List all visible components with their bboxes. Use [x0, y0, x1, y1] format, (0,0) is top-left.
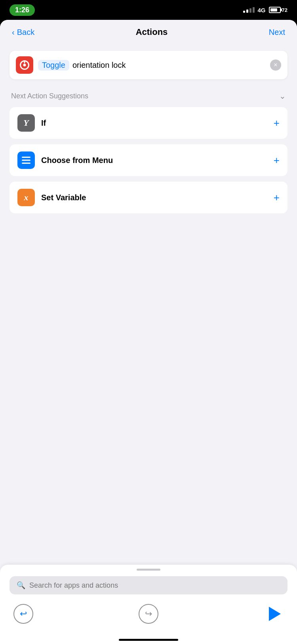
- suggestions-header[interactable]: Next Action Suggestions ⌄: [10, 89, 287, 107]
- svg-rect-3: [22, 157, 30, 158]
- suggestion-item-choose-from-menu[interactable]: Choose from Menu +: [10, 144, 287, 176]
- undo-icon: ↩: [20, 609, 27, 619]
- status-right: 4G 72: [243, 7, 287, 13]
- add-if-button[interactable]: +: [274, 117, 280, 129]
- signal-bar-1: [243, 11, 245, 13]
- home-bar: [119, 639, 178, 641]
- search-input[interactable]: [29, 581, 280, 590]
- signal-bar-2: [246, 10, 248, 13]
- signal-bar-3: [249, 8, 251, 13]
- back-chevron-icon: ‹: [12, 28, 15, 37]
- svg-rect-5: [22, 163, 30, 164]
- back-label: Back: [17, 28, 34, 37]
- battery-fill: [270, 8, 278, 12]
- network-type: 4G: [258, 7, 266, 13]
- suggestion-name-if: If: [41, 119, 267, 128]
- sheet-handle: [137, 569, 160, 571]
- back-button[interactable]: ‹ Back: [12, 28, 34, 37]
- token-pill[interactable]: Toggle: [38, 60, 69, 71]
- signal-bars: [243, 7, 255, 13]
- suggestion-item-if[interactable]: Y If +: [10, 107, 287, 139]
- svg-point-1: [23, 64, 26, 67]
- orientation-lock-icon: [19, 59, 30, 71]
- add-menu-button[interactable]: +: [274, 154, 280, 167]
- bottom-actions: ↩ ↪: [10, 601, 287, 627]
- suggestion-item-set-variable[interactable]: x Set Variable +: [10, 182, 287, 213]
- suggestion-icon-variable: x: [17, 189, 35, 206]
- search-icon: 🔍: [17, 581, 25, 590]
- suggestions-label: Next Action Suggestions: [11, 92, 88, 100]
- menu-icon: [21, 156, 31, 165]
- suggestion-name-menu: Choose from Menu: [41, 156, 267, 165]
- clear-button[interactable]: ×: [270, 59, 281, 71]
- if-icon-letter: Y: [23, 118, 29, 128]
- battery-box: 72: [269, 7, 287, 13]
- add-variable-button[interactable]: +: [274, 192, 280, 204]
- next-button[interactable]: Next: [269, 28, 285, 37]
- clear-icon: ×: [274, 61, 277, 69]
- main-container: ‹ Back Actions Next Toggle orientation l…: [0, 20, 297, 644]
- redo-icon: ↪: [145, 609, 152, 619]
- status-bar: 1:26 4G 72: [0, 0, 297, 20]
- home-indicator: [0, 635, 297, 644]
- suggestion-icon-if: Y: [17, 114, 35, 132]
- page-title: Actions: [136, 27, 168, 37]
- token-text: Toggle orientation lock: [38, 60, 265, 71]
- play-button[interactable]: [264, 604, 284, 624]
- suggestion-name-variable: Set Variable: [41, 193, 267, 202]
- battery-level: 72: [282, 7, 287, 13]
- search-bar[interactable]: 🔍: [10, 576, 287, 594]
- variable-icon-letter: x: [24, 192, 29, 203]
- status-time: 1:26: [10, 4, 35, 16]
- redo-button[interactable]: ↪: [139, 604, 158, 624]
- play-triangle-icon: [269, 607, 281, 621]
- bottom-sheet: 🔍 ↩ ↪: [0, 565, 297, 635]
- action-app-icon: [16, 56, 33, 74]
- nav-bar: ‹ Back Actions Next: [0, 20, 297, 43]
- chevron-down-icon: ⌄: [279, 91, 286, 101]
- battery-icon: [269, 7, 281, 13]
- suggestion-icon-menu: [17, 151, 35, 169]
- undo-button[interactable]: ↩: [13, 604, 33, 624]
- signal-bar-4: [253, 7, 255, 13]
- svg-rect-4: [22, 160, 30, 161]
- content-area: Toggle orientation lock × Next Action Su…: [0, 43, 297, 565]
- action-token-bar: Toggle orientation lock ×: [10, 51, 287, 79]
- token-suffix: orientation lock: [72, 61, 126, 70]
